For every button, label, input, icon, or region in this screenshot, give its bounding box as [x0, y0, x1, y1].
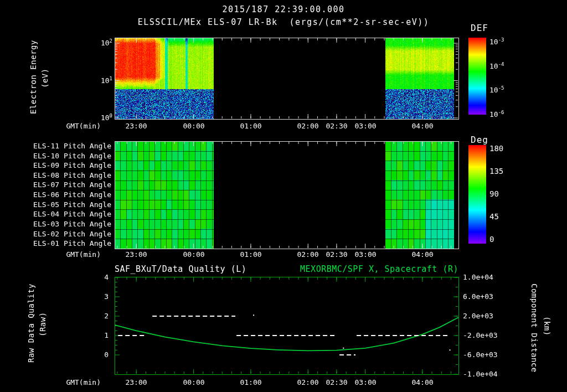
- pitch-row-label: ELS-11 Pitch Angle: [20, 142, 111, 150]
- p2-x-tick-label: 01:00: [240, 250, 261, 259]
- p3-right-tick-label: 6.0e+03: [463, 292, 493, 301]
- p3-left-tick-label: 3: [86, 292, 109, 301]
- p3-right-tick-label: -2.0e+03: [463, 331, 498, 339]
- p3-left-tick-label: 0: [86, 350, 109, 359]
- p3-x-tick-label: 00:00: [183, 378, 204, 386]
- distance-y-units: (km): [543, 316, 551, 336]
- p1-x-tick-label: 02:30: [326, 122, 347, 130]
- deg-colorbar-tick-label: 135: [489, 167, 503, 176]
- p3-right-tick-label: -6.0e+03: [463, 350, 498, 359]
- def-colorbar-tick-label: 10-4: [489, 61, 504, 70]
- p3-right-tick-label: 1.0e+04: [463, 273, 493, 281]
- plot-frame: [115, 38, 459, 120]
- deg-colorbar-tick-label: 90: [489, 189, 499, 198]
- p3-x-axis-label: GMT(min): [51, 378, 101, 386]
- pitch-row-label: ELS-03 Pitch Angle: [20, 220, 111, 228]
- deg-colorbar-title: Deg: [471, 135, 488, 145]
- def-colorbar-tick-label: 10-3: [489, 37, 504, 46]
- p1-x-tick-label: 01:00: [240, 122, 261, 130]
- pitch-row-label: ELS-06 Pitch Angle: [20, 190, 111, 199]
- p1-x-axis-label: GMT(min): [51, 122, 101, 130]
- p3-x-tick-label: 02:30: [326, 378, 347, 386]
- p2-x-tick-label: 23:00: [125, 250, 147, 259]
- def-colorbar-tick-label: 10-6: [489, 110, 504, 118]
- p1-y-tick-label: 100: [79, 113, 112, 122]
- p1-y-tick-label: 102: [79, 38, 112, 47]
- spectrogram-y-label: Electron Energy: [29, 40, 38, 114]
- p3-left-tick-label: 4: [86, 273, 109, 281]
- p3-left-tick-label: 2: [86, 312, 109, 320]
- pitch-row-label: ELS-02 Pitch Angle: [20, 230, 111, 238]
- p3-left-tick-label: 1: [86, 331, 109, 339]
- datetime-title: 2015/187 22:39:00.000: [0, 4, 567, 14]
- p2-x-tick-label: 00:00: [183, 250, 204, 259]
- p2-x-axis-label: GMT(min): [51, 250, 101, 259]
- pitch-row-label: ELS-10 Pitch Angle: [20, 152, 111, 160]
- pitch-row-label: ELS-08 Pitch Angle: [20, 171, 111, 179]
- distance-y-label: Component Distance: [530, 283, 539, 373]
- spectrogram-y-units: (eV): [40, 68, 49, 88]
- quality-y-label: Raw Data Quality: [27, 283, 35, 363]
- data-quality-point: [343, 348, 344, 349]
- def-colorbar-tick-label: 10-5: [489, 85, 504, 94]
- p1-y-tick-label: 101: [79, 76, 112, 85]
- data-quality-point: [253, 314, 254, 316]
- pitch-row-label: ELS-04 Pitch Angle: [20, 210, 111, 218]
- p2-x-tick-label: 02:30: [326, 250, 347, 259]
- plot-frame: [115, 142, 459, 249]
- p1-x-tick-label: 04:00: [411, 122, 433, 130]
- p2-x-tick-label: 04:00: [411, 250, 433, 259]
- p3-x-tick-label: 23:00: [125, 378, 147, 386]
- p3-right-tick-label: -1.0e+04: [463, 370, 498, 378]
- p3-x-tick-label: 01:00: [240, 378, 261, 386]
- p3-x-tick-label: 04:00: [411, 378, 433, 386]
- p1-x-tick-label: 00:00: [183, 122, 204, 130]
- spacecraft-x-series-title: MEXORBMC/SPF X, Spacecraft (R): [237, 264, 458, 274]
- p1-x-tick-label: 03:00: [354, 122, 376, 130]
- p1-x-tick-label: 02:00: [297, 122, 318, 130]
- pitch-row-label: ELS-07 Pitch Angle: [20, 180, 111, 189]
- def-colorbar-title: DEF: [471, 23, 488, 33]
- spacecraft-x-curve: [115, 317, 458, 350]
- pitch-row-label: ELS-05 Pitch Angle: [20, 200, 111, 209]
- plot-page: 2015/187 22:39:00.000 ELSSCIL/MEx ELS-07…: [0, 0, 567, 392]
- p3-x-tick-label: 02:00: [297, 378, 318, 386]
- pitch-row-label: ELS-01 Pitch Angle: [20, 239, 111, 247]
- p2-x-tick-label: 02:00: [297, 250, 318, 259]
- pitch-row-label: ELS-09 Pitch Angle: [20, 161, 111, 169]
- p3-right-tick-label: 2.0e+03: [463, 312, 493, 320]
- data-quality-point: [450, 349, 451, 350]
- deg-colorbar-tick-label: 0: [489, 235, 494, 244]
- deg-colorbar-tick-label: 180: [489, 144, 503, 153]
- data-quality-series-title: SAF_BXuT/Data Quality (L): [115, 264, 246, 274]
- p1-x-tick-label: 23:00: [125, 122, 147, 130]
- p2-x-tick-label: 03:00: [354, 250, 376, 259]
- deg-colorbar-tick-label: 45: [489, 212, 499, 221]
- quality-y-units: (Raw): [38, 312, 47, 337]
- p3-x-tick-label: 03:00: [354, 378, 376, 386]
- plot-frame: [115, 277, 459, 375]
